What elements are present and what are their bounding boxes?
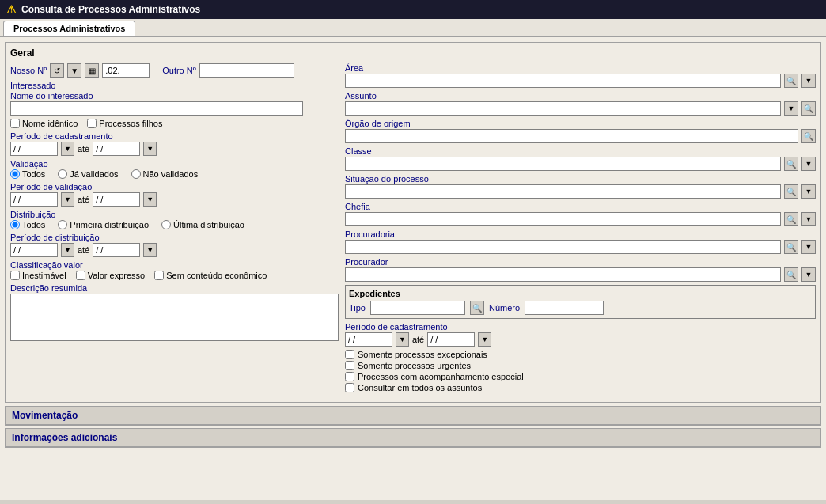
- cb-excepcionais: Somente processos excepcionais: [345, 350, 816, 359]
- cb-acompanhamento: Processos com acompanhamento especial: [345, 372, 816, 381]
- cad-date-from-dropdown[interactable]: ▼: [61, 142, 74, 156]
- distribuicao-radio-group: Todos Primeira distribuição Última distr…: [10, 220, 339, 229]
- situacao-filter-btn[interactable]: ▼: [801, 184, 816, 199]
- dist-date-from-dropdown[interactable]: ▼: [61, 243, 74, 257]
- situacao-input[interactable]: [345, 184, 781, 199]
- dist-date-to[interactable]: [93, 243, 140, 257]
- nosso-num-input[interactable]: .02.: [102, 63, 150, 78]
- cb-excepcionais-checkbox[interactable]: [345, 350, 354, 359]
- assunto-search-btn[interactable]: 🔍: [801, 101, 816, 116]
- down-button[interactable]: ▼: [67, 63, 81, 78]
- procurador-filter-btn[interactable]: ▼: [801, 267, 816, 282]
- tab-bar: Processos Administrativos: [0, 19, 826, 37]
- assunto-label: Assunto: [345, 91, 816, 100]
- cb-urgentes-checkbox[interactable]: [345, 361, 354, 370]
- title-bar: ⚠ Consulta de Processos Administrativos: [0, 0, 826, 19]
- procuradoria-row: 🔍 ▼: [345, 240, 816, 254]
- dist-primeira-label: Primeira distribuição: [70, 220, 149, 229]
- procurador-input[interactable]: [345, 267, 781, 282]
- sem-conteudo-label: Sem conteúdo econômico: [166, 271, 267, 280]
- dist-date-to-dropdown[interactable]: ▼: [143, 243, 157, 257]
- tab-processos-administrativos[interactable]: Processos Administrativos: [3, 21, 135, 36]
- info-adicionais-header[interactable]: Informações adicionais: [6, 429, 820, 447]
- exp-date-from-dropdown[interactable]: ▼: [396, 332, 409, 347]
- validacao-ja-radio[interactable]: [58, 169, 67, 179]
- right-panel: Área 🔍 ▼ Assunto ▼ 🔍: [345, 63, 816, 394]
- dist-date-from[interactable]: [10, 243, 58, 257]
- geral-section: Geral Nosso Nº ↺ ▼ ▦ .02. Outro Nº Inter: [5, 42, 821, 403]
- val-date-from-dropdown[interactable]: ▼: [61, 192, 74, 207]
- movimentacao-header[interactable]: Movimentação: [6, 407, 820, 425]
- outro-num-input[interactable]: [199, 63, 294, 78]
- orgao-input[interactable]: [345, 129, 798, 143]
- procuradoria-search-btn[interactable]: 🔍: [784, 240, 798, 254]
- nosso-num-row: Nosso Nº ↺ ▼ ▦ .02. Outro Nº: [10, 63, 339, 78]
- cad-date-to[interactable]: [93, 142, 140, 156]
- cb-todos-assuntos-label: Consultar em todos os assuntos: [358, 383, 482, 392]
- chefia-label: Chefia: [345, 202, 816, 211]
- inestimavel-checkbox[interactable]: [10, 271, 20, 280]
- nome-interessado-input[interactable]: [10, 101, 303, 116]
- val-date-from[interactable]: [10, 192, 58, 207]
- nome-identico-item: Nome idêntico: [10, 119, 78, 128]
- procuradoria-filter-btn[interactable]: ▼: [801, 240, 816, 254]
- ate-label-2: até: [78, 195, 89, 204]
- valor-expresso-item: Valor expresso: [76, 271, 146, 280]
- cb-todos-assuntos-checkbox[interactable]: [345, 383, 354, 392]
- orgao-group: Órgão de origem 🔍: [345, 119, 816, 143]
- orgao-search-btn[interactable]: 🔍: [801, 129, 816, 143]
- procuradoria-input[interactable]: [345, 240, 781, 254]
- periodo-cad-right-label: Período de cadastramento: [345, 322, 816, 332]
- cad-date-from[interactable]: [10, 142, 58, 156]
- val-date-to[interactable]: [93, 192, 140, 207]
- menu-button[interactable]: ▦: [85, 63, 99, 78]
- area-group: Área 🔍 ▼: [345, 63, 816, 88]
- numero-label: Número: [489, 303, 520, 313]
- valor-expresso-checkbox[interactable]: [76, 271, 85, 280]
- classificacao-group: Classificação valor Inestimável Valor ex…: [10, 260, 339, 280]
- assunto-filter-btn[interactable]: ▼: [784, 101, 798, 116]
- classe-filter-btn[interactable]: ▼: [801, 157, 816, 171]
- descricao-textarea[interactable]: [10, 294, 339, 341]
- dist-ultima-radio[interactable]: [161, 220, 171, 229]
- cb-acompanhamento-checkbox[interactable]: [345, 372, 354, 381]
- form-area: Nosso Nº ↺ ▼ ▦ .02. Outro Nº Interessado…: [10, 63, 816, 394]
- periodo-cad-label: Período de cadastramento: [10, 131, 339, 141]
- chefia-search-btn[interactable]: 🔍: [784, 212, 798, 226]
- area-input[interactable]: [345, 74, 781, 88]
- classe-search-btn[interactable]: 🔍: [784, 157, 798, 171]
- dist-todos-label: Todos: [22, 220, 45, 229]
- validacao-todos-radio[interactable]: [10, 169, 20, 179]
- sem-conteudo-checkbox[interactable]: [154, 271, 164, 280]
- area-search-btn[interactable]: 🔍: [784, 74, 798, 88]
- cad-date-to-dropdown[interactable]: ▼: [143, 142, 157, 156]
- geral-title: Geral: [10, 47, 816, 59]
- descricao-group: Descrição resumida: [10, 283, 339, 343]
- validacao-ja-validados: Já validados: [58, 169, 118, 179]
- chefia-input[interactable]: [345, 212, 781, 226]
- situacao-search-btn[interactable]: 🔍: [784, 184, 798, 199]
- classe-input[interactable]: [345, 157, 781, 171]
- expedientes-section: Expedientes Tipo 🔍 Número: [345, 285, 816, 319]
- dist-ultima: Última distribuição: [161, 220, 244, 229]
- procurador-row: 🔍 ▼: [345, 267, 816, 282]
- val-date-to-dropdown[interactable]: ▼: [143, 192, 157, 207]
- exp-date-to-dropdown[interactable]: ▼: [478, 332, 491, 347]
- checkbox-row-1: Nome idêntico Processos filhos: [10, 119, 339, 128]
- validacao-nao-radio[interactable]: [131, 169, 141, 179]
- procurador-search-btn[interactable]: 🔍: [784, 267, 798, 282]
- processos-filhos-checkbox[interactable]: [87, 119, 97, 128]
- exp-date-from[interactable]: [345, 332, 392, 347]
- tipo-input[interactable]: [370, 301, 465, 315]
- dist-todos-radio[interactable]: [10, 220, 20, 229]
- undo-button[interactable]: ↺: [50, 63, 64, 78]
- validacao-todos-label: Todos: [22, 169, 45, 179]
- assunto-input[interactable]: [345, 101, 781, 116]
- numero-input[interactable]: [525, 301, 604, 315]
- nome-identico-checkbox[interactable]: [10, 119, 20, 128]
- exp-date-to[interactable]: [427, 332, 475, 347]
- area-filter-btn[interactable]: ▼: [801, 74, 816, 88]
- tipo-search-btn[interactable]: 🔍: [470, 301, 484, 315]
- chefia-filter-btn[interactable]: ▼: [801, 212, 816, 226]
- dist-primeira-radio[interactable]: [58, 220, 67, 229]
